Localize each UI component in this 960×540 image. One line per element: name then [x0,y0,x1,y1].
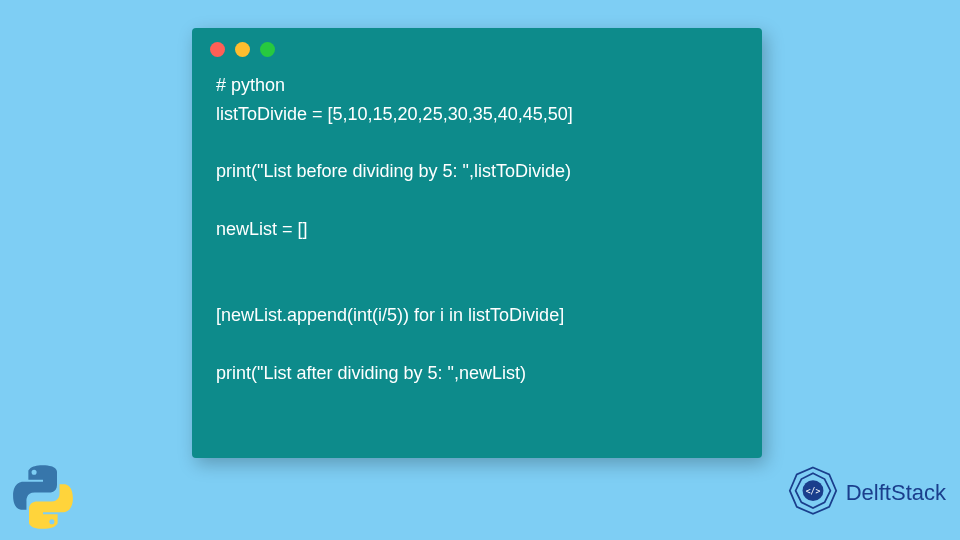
traffic-lights [192,28,762,65]
code-line: listToDivide = [5,10,15,20,25,30,35,40,4… [216,100,738,129]
code-line [216,330,738,359]
code-line: [newList.append(int(i/5)) for i in listT… [216,301,738,330]
code-line: print("List before dividing by 5: ",list… [216,157,738,186]
code-block: # pythonlistToDivide = [5,10,15,20,25,30… [192,65,762,406]
traffic-light-close-icon [210,42,225,57]
code-window: # pythonlistToDivide = [5,10,15,20,25,30… [192,28,762,458]
python-logo-icon [8,462,78,532]
code-line [216,244,738,273]
delftstack-branding: </> DelftStack [784,464,946,522]
svg-text:</>: </> [805,486,820,496]
traffic-light-maximize-icon [260,42,275,57]
delftstack-logo-icon: </> [784,464,842,522]
code-line: # python [216,71,738,100]
traffic-light-minimize-icon [235,42,250,57]
code-line [216,186,738,215]
code-line [216,129,738,158]
delftstack-label: DelftStack [846,480,946,506]
code-line: print("List after dividing by 5: ",newLi… [216,359,738,388]
code-line: newList = [] [216,215,738,244]
code-line [216,273,738,302]
